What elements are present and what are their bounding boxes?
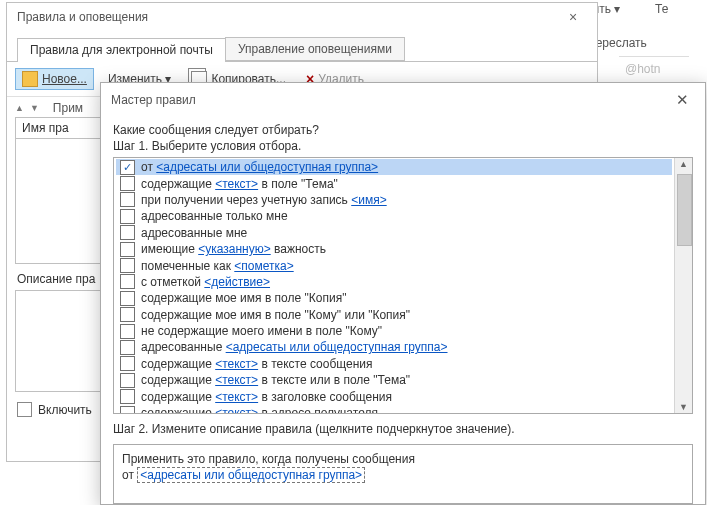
- tab-email-rules[interactable]: Правила для электронной почты: [17, 38, 226, 62]
- condition-checkbox[interactable]: [120, 340, 135, 355]
- column-rule-name: Имя пра: [22, 121, 69, 135]
- condition-row[interactable]: содержащие <текст> в тексте сообщения: [116, 356, 672, 372]
- dialog-title: Правила и оповещения: [17, 10, 148, 24]
- recipients-placeholder-link[interactable]: <адресаты или общедоступная группа>: [137, 467, 365, 483]
- new-rule-button[interactable]: Новое...: [15, 68, 94, 90]
- condition-row[interactable]: адресованные <адресаты или общедоступная…: [116, 339, 672, 355]
- condition-checkbox[interactable]: [120, 291, 135, 306]
- rules-wizard-dialog: Мастер правил ✕ Какие сообщения следует …: [100, 82, 706, 505]
- close-icon[interactable]: ×: [559, 9, 587, 25]
- condition-link[interactable]: <текст>: [215, 390, 258, 404]
- tab-manage-alerts[interactable]: Управление оповещениями: [225, 37, 405, 61]
- scroll-down-icon[interactable]: ▼: [675, 402, 692, 412]
- condition-link[interactable]: <текст>: [215, 177, 258, 191]
- condition-checkbox[interactable]: [120, 225, 135, 240]
- condition-row[interactable]: не содержащие моего имени в поле "Кому": [116, 323, 672, 339]
- condition-link[interactable]: <имя>: [351, 193, 386, 207]
- condition-row[interactable]: адресованные только мне: [116, 208, 672, 224]
- scrollbar[interactable]: ▲ ▼: [674, 158, 692, 413]
- condition-checkbox[interactable]: [120, 389, 135, 404]
- condition-checkbox[interactable]: [120, 307, 135, 322]
- condition-checkbox[interactable]: [120, 274, 135, 289]
- condition-text: адресованные <адресаты или общедоступная…: [141, 340, 448, 354]
- condition-text: содержащие <текст> в поле "Тема": [141, 177, 338, 191]
- close-icon[interactable]: ✕: [669, 91, 695, 109]
- condition-text: адресованные мне: [141, 226, 247, 240]
- condition-row[interactable]: содержащие мое имя в поле "Кому" или "Ко…: [116, 307, 672, 323]
- condition-checkbox[interactable]: [120, 258, 135, 273]
- condition-row[interactable]: ✓от <адресаты или общедоступная группа>: [116, 159, 672, 175]
- wizard-title: Мастер правил: [111, 93, 196, 107]
- condition-link[interactable]: <действие>: [204, 275, 270, 289]
- condition-text: содержащие <текст> в адресе получателя: [141, 406, 378, 413]
- condition-text: содержащие <текст> в тексте сообщения: [141, 357, 373, 371]
- condition-text: содержащие мое имя в поле "Копия": [141, 291, 346, 305]
- bg-email-fragment: @hotn: [625, 62, 661, 76]
- condition-link[interactable]: <пометка>: [234, 259, 293, 273]
- condition-text: адресованные только мне: [141, 209, 288, 223]
- condition-text: с отметкой <действие>: [141, 275, 270, 289]
- condition-row[interactable]: содержащие <текст> в поле "Тема": [116, 175, 672, 191]
- condition-checkbox[interactable]: ✓: [120, 160, 135, 175]
- condition-text: от <адресаты или общедоступная группа>: [141, 160, 378, 174]
- condition-row[interactable]: помеченные как <пометка>: [116, 257, 672, 273]
- desc-line-2: от <адресаты или общедоступная группа>: [122, 467, 684, 483]
- move-up-icon[interactable]: ▲: [15, 103, 24, 113]
- condition-link[interactable]: <текст>: [215, 373, 258, 387]
- conditions-list[interactable]: ✓от <адресаты или общедоступная группа>с…: [114, 158, 674, 413]
- condition-text: содержащие <текст> в тексте или в поле "…: [141, 373, 410, 387]
- condition-row[interactable]: содержащие <текст> в адресе получателя: [116, 405, 672, 413]
- condition-checkbox[interactable]: [120, 324, 135, 339]
- condition-row[interactable]: при получении через учетную запись <имя>: [116, 192, 672, 208]
- condition-link[interactable]: <текст>: [215, 406, 258, 413]
- condition-row[interactable]: имеющие <указанную> важность: [116, 241, 672, 257]
- condition-checkbox[interactable]: [120, 373, 135, 388]
- wizard-step1-label: Шаг 1. Выберите условия отбора.: [113, 139, 693, 153]
- bg-unknown-button[interactable]: Те: [655, 2, 668, 16]
- condition-row[interactable]: содержащие мое имя в поле "Копия": [116, 290, 672, 306]
- condition-link[interactable]: <указанную>: [198, 242, 271, 256]
- condition-link[interactable]: <текст>: [215, 357, 258, 371]
- condition-row[interactable]: содержащие <текст> в заголовке сообщения: [116, 388, 672, 404]
- condition-link[interactable]: <адресаты или общедоступная группа>: [226, 340, 448, 354]
- condition-checkbox[interactable]: [120, 192, 135, 207]
- wizard-question: Какие сообщения следует отбирать?: [113, 123, 693, 137]
- condition-checkbox[interactable]: [120, 356, 135, 371]
- new-rule-label: Новое...: [42, 72, 87, 86]
- condition-text: содержащие <текст> в заголовке сообщения: [141, 390, 392, 404]
- condition-checkbox[interactable]: [120, 176, 135, 191]
- condition-checkbox[interactable]: [120, 242, 135, 257]
- condition-text: не содержащие моего имени в поле "Кому": [141, 324, 382, 338]
- condition-checkbox[interactable]: [120, 209, 135, 224]
- move-down-icon[interactable]: ▼: [30, 103, 39, 113]
- desc-from-prefix: от: [122, 468, 137, 482]
- condition-text: имеющие <указанную> важность: [141, 242, 326, 256]
- scroll-thumb[interactable]: [677, 174, 692, 246]
- include-checkbox[interactable]: [17, 402, 32, 417]
- rule-description-editor[interactable]: Применить это правило, когда получены со…: [113, 444, 693, 504]
- include-label: Включить: [38, 403, 92, 417]
- condition-row[interactable]: адресованные мне: [116, 225, 672, 241]
- wizard-step2-label: Шаг 2. Измените описание правила (щелкни…: [113, 422, 693, 436]
- condition-link[interactable]: <адресаты или общедоступная группа>: [156, 160, 378, 174]
- condition-row[interactable]: с отметкой <действие>: [116, 274, 672, 290]
- condition-text: при получении через учетную запись <имя>: [141, 193, 387, 207]
- conditions-listbox: ✓от <адресаты или общедоступная группа>с…: [113, 157, 693, 414]
- new-icon: [22, 71, 38, 87]
- apply-label: Прим: [53, 101, 83, 115]
- condition-text: помеченные как <пометка>: [141, 259, 294, 273]
- scroll-up-icon[interactable]: ▲: [675, 159, 692, 169]
- condition-row[interactable]: содержащие <текст> в тексте или в поле "…: [116, 372, 672, 388]
- condition-text: содержащие мое имя в поле "Кому" или "Ко…: [141, 308, 410, 322]
- desc-line-1: Применить это правило, когда получены со…: [122, 451, 684, 467]
- tab-bar: Правила для электронной почты Управление…: [7, 37, 597, 62]
- background-mail-toolbar: тить ▾ Те Переслать @hotn: [587, 0, 707, 70]
- condition-checkbox[interactable]: [120, 406, 135, 413]
